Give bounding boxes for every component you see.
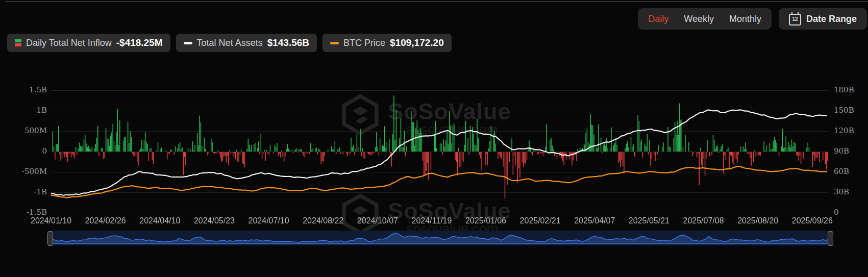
right-axis-tick: 180B bbox=[834, 86, 854, 94]
left-axis-tick: -1B bbox=[14, 188, 47, 196]
navigator-strip[interactable] bbox=[49, 231, 832, 245]
period-tabs: DailyWeeklyMonthly bbox=[638, 8, 772, 30]
x-axis-tick: 2025/05/21 bbox=[629, 216, 669, 225]
legend-row: Daily Total Net Inflow-$418.25MTotal Net… bbox=[7, 34, 452, 52]
right-axis-tick: 0 bbox=[834, 209, 839, 216]
x-axis-labels: 2024/01/102024/02/262024/04/102024/05/23… bbox=[31, 216, 833, 225]
x-axis-tick: 2024/01/10 bbox=[31, 216, 71, 225]
legend-badge-0[interactable]: Daily Total Net Inflow-$418.25M bbox=[7, 34, 170, 52]
right-axis-tick: 120B bbox=[834, 127, 854, 135]
left-axis-tick: -1.5B bbox=[14, 209, 47, 216]
legend-badge-1[interactable]: Total Net Assets$143.56B bbox=[176, 34, 317, 52]
legend-value: -$418.25M bbox=[116, 37, 163, 48]
date-range-label: Date Range bbox=[806, 14, 857, 24]
calendar-day-number: 12 bbox=[790, 17, 800, 22]
x-axis-tick: 2025/01/06 bbox=[465, 216, 506, 225]
chart-controls: DailyWeeklyMonthly 12 Date Range bbox=[638, 8, 867, 30]
x-axis-tick: 2025/02/21 bbox=[520, 216, 561, 225]
left-axis-tick: 1B bbox=[14, 107, 47, 114]
calendar-icon: 12 bbox=[789, 14, 801, 26]
etf-dashboard: DailyWeeklyMonthly 12 Date Range Daily T… bbox=[0, 0, 868, 277]
left-axis-tick: 1.5B bbox=[14, 86, 47, 94]
left-axis-tick: 500M bbox=[14, 127, 47, 135]
navigator-area-chart bbox=[49, 231, 832, 245]
legend-value: $143.56B bbox=[267, 37, 309, 48]
legend-label: Daily Total Net Inflow bbox=[26, 38, 112, 48]
legend-badge-2[interactable]: BTC Price$109,172.20 bbox=[323, 34, 452, 52]
x-axis-tick: 2024/08/22 bbox=[303, 216, 343, 225]
legend-value: $109,172.20 bbox=[390, 37, 444, 48]
main-chart-canvas[interactable] bbox=[51, 71, 828, 224]
net-assets-line-icon bbox=[184, 42, 192, 44]
x-axis-tick: 2025/08/20 bbox=[737, 216, 778, 225]
legend-label: BTC Price bbox=[343, 38, 385, 48]
right-axis-tick: 150B bbox=[834, 107, 854, 114]
tab-daily[interactable]: Daily bbox=[648, 14, 668, 24]
x-axis-tick: 2024/11/19 bbox=[411, 216, 452, 225]
tab-monthly[interactable]: Monthly bbox=[729, 14, 761, 24]
x-axis-tick: 2025/07/08 bbox=[683, 216, 724, 225]
navigator-left-handle[interactable] bbox=[47, 231, 53, 246]
left-axis-tick: -500M bbox=[14, 168, 47, 175]
x-axis-tick: 2024/02/26 bbox=[85, 216, 126, 225]
x-axis-tick: 2024/04/10 bbox=[139, 216, 180, 225]
top-divider bbox=[5, 1, 868, 2]
right-axis-tick: 60B bbox=[834, 168, 849, 175]
tab-weekly[interactable]: Weekly bbox=[684, 14, 714, 24]
right-axis-tick: 30B bbox=[834, 188, 849, 196]
btc-line-icon bbox=[330, 42, 339, 44]
x-axis-tick: 2024/05/23 bbox=[194, 216, 235, 225]
inflow-bar-icon bbox=[15, 39, 21, 46]
x-axis-tick: 2024/07/10 bbox=[249, 216, 289, 225]
x-axis-tick: 2025/09/26 bbox=[792, 216, 833, 225]
navigator-right-handle[interactable] bbox=[828, 231, 833, 246]
x-axis-tick: 2025/04/07 bbox=[574, 216, 615, 225]
date-range-button[interactable]: 12 Date Range bbox=[779, 8, 867, 30]
legend-label: Total Net Assets bbox=[197, 38, 263, 48]
x-axis-tick: 2024/10/07 bbox=[357, 216, 398, 225]
right-axis-tick: 90B bbox=[834, 147, 849, 155]
left-axis-tick: 0 bbox=[14, 147, 47, 155]
